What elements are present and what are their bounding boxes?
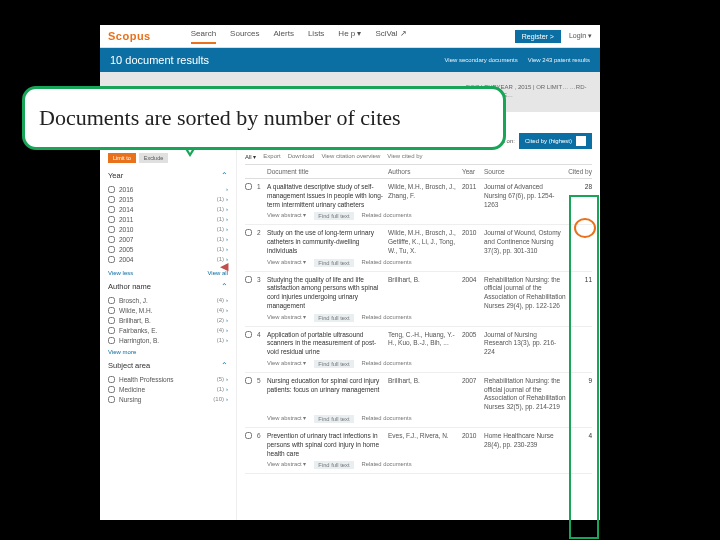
doc-cited-count[interactable] xyxy=(566,331,592,357)
fulltext-chip[interactable]: Find full text xyxy=(314,212,353,220)
doc-title[interactable]: Nursing education for spinal cord injury… xyxy=(267,377,388,412)
doc-authors[interactable]: Teng, C.-H., Huang, Y.-H., Kuo, B.-J., B… xyxy=(388,331,462,357)
view-abstract-link[interactable]: View abstract ▾ xyxy=(267,212,306,220)
doc-cited-count[interactable]: 9 xyxy=(566,377,592,412)
facet-subject-header[interactable]: Subject area ⌃ xyxy=(108,361,228,370)
facet-row[interactable]: Fairbanks, E.(4)› xyxy=(108,325,228,335)
facet-author-header[interactable]: Author name ⌃ xyxy=(108,282,228,291)
fulltext-chip[interactable]: Find full text xyxy=(314,314,353,322)
row-checkbox[interactable] xyxy=(245,331,252,338)
view-abstract-link[interactable]: View abstract ▾ xyxy=(267,360,306,368)
facet-checkbox[interactable] xyxy=(108,186,115,193)
limit-to-button[interactable]: Limit to xyxy=(108,153,136,163)
facet-checkbox[interactable] xyxy=(108,307,115,314)
fulltext-chip[interactable]: Find full text xyxy=(314,415,353,423)
facet-checkbox[interactable] xyxy=(108,317,115,324)
related-docs-link[interactable]: Related documents xyxy=(362,314,412,322)
register-button[interactable]: Register > xyxy=(515,30,561,43)
doc-title[interactable]: Application of portable ultrasound scann… xyxy=(267,331,388,357)
doc-cited-count[interactable] xyxy=(566,229,592,255)
related-docs-link[interactable]: Related documents xyxy=(362,415,412,423)
col-authors[interactable]: Authors xyxy=(388,168,462,175)
citation-overview-link[interactable]: View citation overview xyxy=(321,153,380,160)
col-year[interactable]: Year xyxy=(462,168,484,175)
doc-title[interactable]: Studying the quality of life and life sa… xyxy=(267,276,388,311)
view-abstract-link[interactable]: View abstract ▾ xyxy=(267,259,306,267)
nav-search[interactable]: Search xyxy=(191,29,216,44)
patent-results-link[interactable]: View 243 patent results xyxy=(528,57,590,63)
exclude-button[interactable]: Exclude xyxy=(139,153,169,163)
related-docs-link[interactable]: Related documents xyxy=(362,461,412,469)
col-cited-by[interactable]: Cited by xyxy=(566,168,592,175)
related-docs-link[interactable]: Related documents xyxy=(362,360,412,368)
facet-checkbox[interactable] xyxy=(108,256,115,263)
facet-row[interactable]: 2004(1)› xyxy=(108,254,228,264)
row-checkbox[interactable] xyxy=(245,229,252,236)
facet-checkbox[interactable] xyxy=(108,386,115,393)
nav-scival[interactable]: SciVal ↗ xyxy=(375,29,406,44)
facet-checkbox[interactable] xyxy=(108,206,115,213)
facet-checkbox[interactable] xyxy=(108,297,115,304)
row-checkbox[interactable] xyxy=(245,377,252,384)
related-docs-link[interactable]: Related documents xyxy=(362,212,412,220)
facet-row[interactable]: 2011(1)› xyxy=(108,214,228,224)
doc-source[interactable]: Rehabilitation Nursing: the official jou… xyxy=(484,276,566,311)
doc-source[interactable]: Home Healthcare Nurse 28(4), pp. 230-239 xyxy=(484,432,566,458)
doc-cited-count[interactable]: 28 xyxy=(566,183,592,209)
facet-row[interactable]: 2007(1)› xyxy=(108,234,228,244)
doc-authors[interactable]: Brillhart, B. xyxy=(388,377,462,412)
login-link[interactable]: Login ▾ xyxy=(569,32,592,40)
facet-row[interactable]: 2016› xyxy=(108,184,228,194)
facet-row[interactable]: Harrington, B.(1)› xyxy=(108,335,228,345)
doc-source[interactable]: Journal of Wound, Ostomy and Continence … xyxy=(484,229,566,255)
doc-source[interactable]: Rehabilitation Nursing: the official jou… xyxy=(484,377,566,412)
nav-lists[interactable]: Lists xyxy=(308,29,324,44)
facet-row[interactable]: 2010(1)› xyxy=(108,224,228,234)
facet-checkbox[interactable] xyxy=(108,196,115,203)
facet-checkbox[interactable] xyxy=(108,216,115,223)
col-title[interactable]: Document title xyxy=(267,168,388,175)
facet-row[interactable]: Health Professions(5)› xyxy=(108,374,228,384)
row-checkbox[interactable] xyxy=(245,183,252,190)
view-abstract-link[interactable]: View abstract ▾ xyxy=(267,415,306,423)
doc-cited-count[interactable]: 11 xyxy=(566,276,592,311)
view-less-link[interactable]: View less xyxy=(108,270,133,276)
view-cited-by-link[interactable]: View cited by xyxy=(387,153,422,160)
doc-title[interactable]: A qualitative descriptive study of self-… xyxy=(267,183,388,209)
related-docs-link[interactable]: Related documents xyxy=(362,259,412,267)
facet-row[interactable]: Nursing(10)› xyxy=(108,394,228,404)
nav-alerts[interactable]: Alerts xyxy=(273,29,293,44)
view-abstract-link[interactable]: View abstract ▾ xyxy=(267,461,306,469)
doc-source[interactable]: Journal of Advanced Nursing 67(6), pp. 1… xyxy=(484,183,566,209)
doc-cited-count[interactable]: 4 xyxy=(566,432,592,458)
facet-checkbox[interactable] xyxy=(108,226,115,233)
sort-select[interactable]: Cited by (highest) xyxy=(519,133,592,149)
doc-title[interactable]: Study on the use of long-term urinary ca… xyxy=(267,229,388,255)
facet-row[interactable]: 2014(1)› xyxy=(108,204,228,214)
col-source[interactable]: Source xyxy=(484,168,566,175)
fulltext-chip[interactable]: Find full text xyxy=(314,360,353,368)
nav-help[interactable]: He p ▾ xyxy=(338,29,361,44)
facet-year-header[interactable]: Year ⌃ xyxy=(108,171,228,180)
doc-authors[interactable]: Wilde, M.H., Brosch, J., Getliffe, K., L… xyxy=(388,229,462,255)
facet-checkbox[interactable] xyxy=(108,396,115,403)
download-link[interactable]: Download xyxy=(288,153,315,160)
export-link[interactable]: Export xyxy=(263,153,280,160)
view-abstract-link[interactable]: View abstract ▾ xyxy=(267,314,306,322)
facet-row[interactable]: Medicine(1)› xyxy=(108,384,228,394)
facet-row[interactable]: Brosch, J.(4)› xyxy=(108,295,228,305)
fulltext-chip[interactable]: Find full text xyxy=(314,461,353,469)
facet-row[interactable]: Wilde, M.H.(4)› xyxy=(108,305,228,315)
row-checkbox[interactable] xyxy=(245,276,252,283)
doc-title[interactable]: Prevention of urinary tract infections i… xyxy=(267,432,388,458)
doc-authors[interactable]: Brillhart, B. xyxy=(388,276,462,311)
facet-row[interactable]: 2005(1)› xyxy=(108,244,228,254)
facet-checkbox[interactable] xyxy=(108,337,115,344)
doc-source[interactable]: Journal of Nursing Research 13(3), pp. 2… xyxy=(484,331,566,357)
doc-authors[interactable]: Eves, F.J., Rivera, N. xyxy=(388,432,462,458)
facet-checkbox[interactable] xyxy=(108,376,115,383)
doc-authors[interactable]: Wilde, M.H., Brosch, J., Zhang, F. xyxy=(388,183,462,209)
select-all[interactable]: All ▾ xyxy=(245,153,256,160)
fulltext-chip[interactable]: Find full text xyxy=(314,259,353,267)
view-more-authors[interactable]: View more xyxy=(108,349,228,355)
